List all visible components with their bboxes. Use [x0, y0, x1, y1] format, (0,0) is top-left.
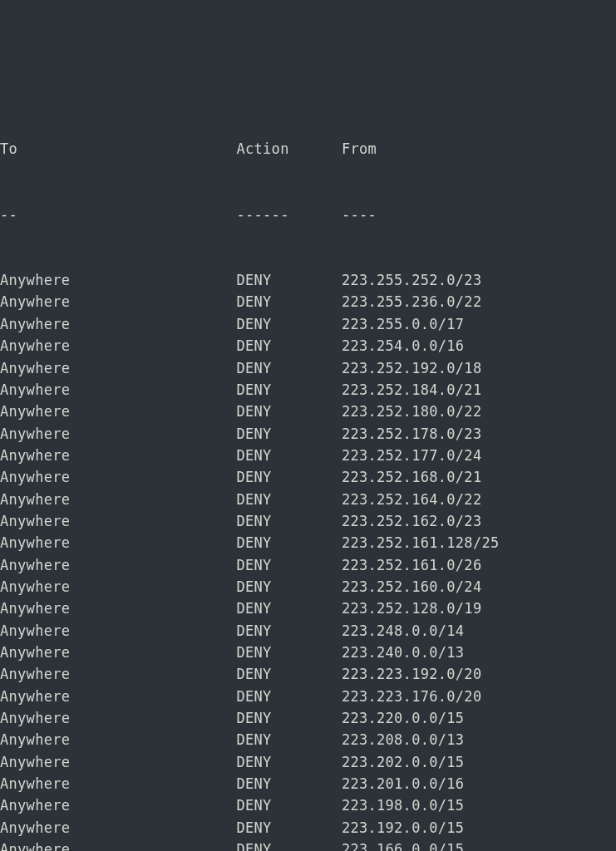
- cell-to: Anywhere: [0, 775, 236, 792]
- cell-to: Anywhere: [0, 557, 236, 573]
- header-to: To: [0, 140, 236, 157]
- cell-action: DENY: [236, 688, 341, 705]
- cell-from: 223.198.0.0/15: [342, 797, 465, 814]
- cell-from: 223.220.0.0/15: [342, 710, 465, 726]
- table-row: Anywhere DENY 223.202.0.0/15: [0, 751, 616, 773]
- cell-from: 223.252.161.128/25: [342, 534, 500, 551]
- cell-to: Anywhere: [0, 513, 236, 529]
- table-row: Anywhere DENY 223.223.176.0/20: [0, 686, 616, 707]
- cell-to: Anywhere: [0, 316, 236, 332]
- cell-to: Anywhere: [0, 337, 236, 354]
- cell-from: 223.240.0.0/13: [342, 644, 465, 661]
- cell-from: 223.252.184.0/21: [342, 381, 482, 398]
- cell-from: 223.252.178.0/23: [342, 426, 482, 442]
- cell-to: Anywhere: [0, 491, 236, 508]
- table-row: Anywhere DENY 223.201.0.0/16: [0, 773, 616, 794]
- cell-action: DENY: [236, 666, 341, 682]
- cell-from: 223.252.192.0/18: [342, 360, 482, 376]
- cell-action: DENY: [236, 622, 341, 639]
- cell-to: Anywhere: [0, 578, 236, 595]
- cell-action: DENY: [236, 578, 341, 595]
- cell-to: Anywhere: [0, 293, 236, 310]
- table-row: Anywhere DENY 223.252.162.0/23: [0, 510, 616, 532]
- cell-from: 223.223.192.0/20: [342, 666, 482, 682]
- header-from: From: [342, 140, 377, 157]
- cell-from: 223.252.160.0/24: [342, 578, 482, 595]
- cell-from: 223.192.0.0/15: [342, 819, 465, 836]
- cell-from: 223.252.180.0/22: [342, 403, 482, 420]
- cell-action: DENY: [236, 534, 341, 551]
- cell-action: DENY: [236, 469, 341, 485]
- cell-action: DENY: [236, 491, 341, 508]
- cell-to: Anywhere: [0, 469, 236, 485]
- cell-to: Anywhere: [0, 403, 236, 420]
- cell-action: DENY: [236, 381, 341, 398]
- cell-action: DENY: [236, 797, 341, 814]
- cell-to: Anywhere: [0, 754, 236, 770]
- table-row: Anywhere DENY 223.198.0.0/15: [0, 794, 616, 816]
- table-row: Anywhere DENY 223.252.161.0/26: [0, 554, 616, 576]
- cell-action: DENY: [236, 316, 341, 332]
- cell-action: DENY: [236, 841, 341, 851]
- table-row: Anywhere DENY 223.166.0.0/15: [0, 839, 616, 851]
- cell-action: DENY: [236, 775, 341, 792]
- cell-action: DENY: [236, 447, 341, 464]
- table-row: Anywhere DENY 223.252.178.0/23: [0, 423, 616, 445]
- table-row: Anywhere DENY 223.248.0.0/14: [0, 620, 616, 642]
- table-row: Anywhere DENY 223.240.0.0/13: [0, 642, 616, 663]
- table-row: Anywhere DENY 223.252.192.0/18: [0, 357, 616, 379]
- cell-from: 223.208.0.0/13: [342, 731, 465, 748]
- terminal-output: To Action From -- ------ ---- Anywhere D…: [0, 87, 616, 851]
- sep-to: --: [0, 206, 236, 223]
- cell-action: DENY: [236, 819, 341, 836]
- cell-to: Anywhere: [0, 600, 236, 617]
- table-row: Anywhere DENY 223.220.0.0/15: [0, 707, 616, 729]
- cell-from: 223.201.0.0/16: [342, 775, 465, 792]
- sep-action: ------: [236, 206, 341, 223]
- cell-from: 223.254.0.0/16: [342, 337, 465, 354]
- cell-action: DENY: [236, 513, 341, 529]
- table-row: Anywhere DENY 223.252.184.0/21: [0, 379, 616, 401]
- cell-to: Anywhere: [0, 688, 236, 705]
- cell-to: Anywhere: [0, 381, 236, 398]
- table-row: Anywhere DENY 223.252.128.0/19: [0, 598, 616, 619]
- cell-from: 223.252.162.0/23: [342, 513, 482, 529]
- cell-from: 223.252.164.0/22: [342, 491, 482, 508]
- cell-to: Anywhere: [0, 710, 236, 726]
- cell-to: Anywhere: [0, 360, 236, 376]
- header-action: Action: [236, 140, 341, 157]
- cell-from: 223.252.177.0/24: [342, 447, 482, 464]
- separator-row: -- ------ ----: [0, 204, 616, 225]
- rules-list: Anywhere DENY 223.255.252.0/23Anywhere D…: [0, 269, 616, 851]
- cell-from: 223.248.0.0/14: [342, 622, 465, 639]
- cell-action: DENY: [236, 403, 341, 420]
- cell-action: DENY: [236, 600, 341, 617]
- cell-action: DENY: [236, 710, 341, 726]
- table-row: Anywhere DENY 223.252.180.0/22: [0, 401, 616, 422]
- cell-action: DENY: [236, 557, 341, 573]
- table-row: Anywhere DENY 223.252.177.0/24: [0, 445, 616, 466]
- cell-from: 223.252.168.0/21: [342, 469, 482, 485]
- cell-from: 223.255.252.0/23: [342, 272, 482, 288]
- table-row: Anywhere DENY 223.255.236.0/22: [0, 291, 616, 312]
- table-row: Anywhere DENY 223.252.168.0/21: [0, 466, 616, 488]
- cell-to: Anywhere: [0, 841, 236, 851]
- table-row: Anywhere DENY 223.208.0.0/13: [0, 729, 616, 750]
- cell-action: DENY: [236, 426, 341, 442]
- cell-from: 223.223.176.0/20: [342, 688, 482, 705]
- table-row: Anywhere DENY 223.255.252.0/23: [0, 269, 616, 291]
- cell-from: 223.252.128.0/19: [342, 600, 482, 617]
- cell-to: Anywhere: [0, 797, 236, 814]
- cell-action: DENY: [236, 644, 341, 661]
- cell-to: Anywhere: [0, 622, 236, 639]
- table-row: Anywhere DENY 223.252.161.128/25: [0, 532, 616, 553]
- cell-action: DENY: [236, 272, 341, 288]
- cell-from: 223.252.161.0/26: [342, 557, 482, 573]
- table-row: Anywhere DENY 223.254.0.0/16: [0, 335, 616, 357]
- table-row: Anywhere DENY 223.223.192.0/20: [0, 663, 616, 685]
- cell-action: DENY: [236, 731, 341, 748]
- sep-from: ----: [342, 206, 377, 223]
- table-row: Anywhere DENY 223.255.0.0/17: [0, 313, 616, 335]
- cell-to: Anywhere: [0, 534, 236, 551]
- cell-from: 223.255.0.0/17: [342, 316, 465, 332]
